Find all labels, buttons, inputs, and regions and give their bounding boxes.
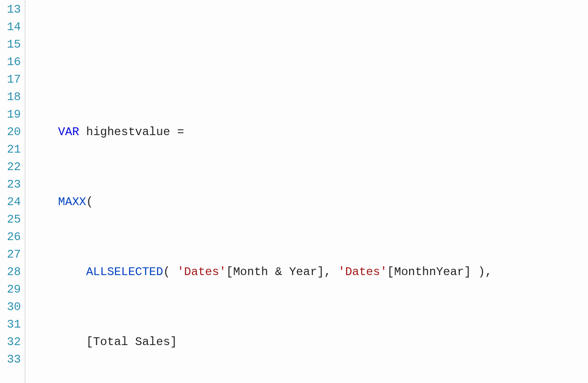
line-number: 16	[0, 53, 21, 71]
line-number: 26	[0, 228, 21, 246]
line-number: 19	[0, 106, 21, 123]
line-number: 20	[0, 123, 21, 141]
table-ref: 'Dates'	[177, 265, 226, 279]
line-number: 22	[0, 158, 21, 176]
line-number: 27	[0, 246, 21, 263]
code-line[interactable]: ALLSELECTED( 'Dates'[Month & Year], 'Dat…	[30, 263, 492, 281]
line-number: 31	[0, 316, 21, 333]
code-content[interactable]: VAR highestvalue = MAXX( ALLSELECTED( 'D…	[25, 1, 492, 383]
code-line[interactable]: VAR highestvalue =	[30, 123, 492, 141]
line-number: 25	[0, 211, 21, 228]
line-number: 32	[0, 333, 21, 351]
line-gutter: 13 14 15 16 17 18 19 20 21 22 23 24 25 2…	[0, 1, 25, 383]
line-number: 23	[0, 176, 21, 193]
line-number: 28	[0, 263, 21, 281]
function-allselected: ALLSELECTED	[86, 265, 163, 279]
line-number: 13	[0, 1, 21, 18]
identifier: highestvalue	[86, 125, 170, 139]
code-line[interactable]: MAXX(	[30, 193, 492, 211]
line-number: 30	[0, 298, 21, 316]
line-number: 18	[0, 88, 21, 106]
function-maxx: MAXX	[58, 195, 86, 209]
code-line[interactable]	[30, 53, 492, 71]
line-number: 24	[0, 193, 21, 211]
column-ref: [MonthnYear]	[387, 265, 471, 279]
keyword-var: VAR	[58, 125, 79, 139]
line-number: 17	[0, 71, 21, 88]
line-number: 14	[0, 18, 21, 36]
line-number: 29	[0, 281, 21, 298]
line-number: 33	[0, 351, 21, 368]
code-line[interactable]: [Total Sales]	[30, 333, 492, 351]
line-number: 21	[0, 141, 21, 158]
column-ref: [Month & Year]	[226, 265, 324, 279]
code-editor[interactable]: 13 14 15 16 17 18 19 20 21 22 23 24 25 2…	[0, 0, 588, 383]
line-number: 15	[0, 36, 21, 53]
table-ref: 'Dates'	[338, 265, 387, 279]
measure-ref: [Total Sales]	[86, 335, 177, 348]
